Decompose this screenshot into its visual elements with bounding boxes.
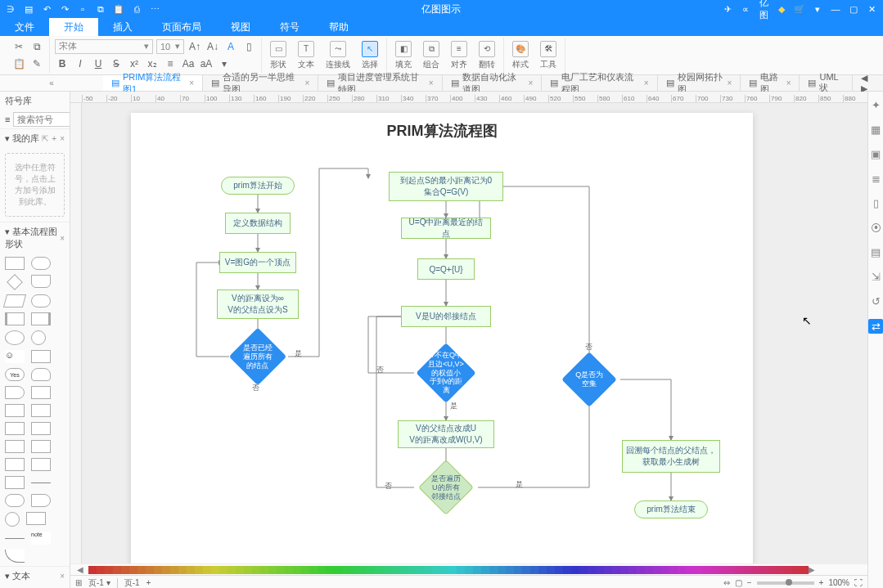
node-vinf[interactable]: V的距离设为∞ V的父结点设为S	[217, 290, 299, 319]
cart-icon[interactable]: 🛒	[793, 4, 806, 15]
crown-icon[interactable]: ◆	[775, 4, 788, 15]
shape-tool[interactable]: ▭形状	[267, 41, 290, 70]
color-swatch[interactable]	[514, 566, 522, 574]
text-tool[interactable]: T文本	[295, 41, 318, 70]
color-swatch[interactable]	[334, 566, 342, 574]
node-vparent[interactable]: V的父结点改成U V的距离改成W(U,V)	[398, 420, 494, 448]
shape-pill[interactable]	[31, 294, 51, 307]
paste-icon[interactable]: 📋	[11, 56, 26, 71]
cut-icon[interactable]: ✂	[11, 39, 26, 54]
copy-icon[interactable]: ⧉	[95, 3, 106, 15]
save-icon[interactable]: ▤	[23, 3, 34, 15]
shape-circle[interactable]	[31, 330, 46, 345]
shape-rounded[interactable]	[31, 257, 51, 270]
close-icon[interactable]: ×	[60, 234, 65, 243]
color-swatch[interactable]	[637, 566, 645, 574]
color-swatch[interactable]	[465, 566, 473, 574]
shape-parallelogram[interactable]	[3, 294, 26, 307]
close-icon[interactable]: ×	[728, 79, 732, 88]
menu-help[interactable]: 帮助	[314, 18, 363, 36]
shape-arrow[interactable]	[5, 538, 25, 539]
node-dvisited[interactable]: 是否已经遍历所有的结点	[229, 328, 287, 386]
color-swatch[interactable]	[612, 566, 620, 574]
color-swatch[interactable]	[277, 566, 285, 574]
doc-tab-7[interactable]: ▤UML状	[800, 75, 852, 91]
history-icon[interactable]: ↺	[869, 294, 882, 307]
doc-tab-5[interactable]: ▤校园网拓扑图×	[658, 75, 741, 91]
menu-file[interactable]: 文件	[0, 18, 49, 36]
shape-actor[interactable]: ☺	[5, 350, 25, 363]
format-painter-icon[interactable]: ✎	[29, 56, 44, 71]
menu-layout[interactable]: 页面布局	[147, 18, 216, 36]
color-swatch[interactable]	[555, 566, 563, 574]
shape-data[interactable]	[31, 350, 51, 363]
close-icon[interactable]: ×	[429, 79, 434, 88]
app-logo-icon[interactable]: ∋	[5, 3, 16, 15]
subscript-icon[interactable]: x₂	[145, 56, 160, 71]
fit-page-icon[interactable]: ▢	[735, 578, 742, 587]
palette-left-icon[interactable]: ◀	[77, 565, 88, 574]
shape-collate[interactable]	[5, 440, 25, 453]
close-icon[interactable]: ×	[644, 79, 649, 88]
color-swatch[interactable]	[440, 566, 448, 574]
color-swatch[interactable]	[326, 566, 334, 574]
color-swatch[interactable]	[97, 566, 105, 574]
color-swatch[interactable]	[506, 566, 514, 574]
decrease-font-icon[interactable]: A↓	[205, 39, 220, 54]
paste-icon[interactable]: 📋	[113, 3, 124, 15]
doc-tab-4[interactable]: ▤电厂工艺和仪表流程图×	[542, 75, 657, 91]
color-swatch[interactable]	[121, 566, 129, 574]
zoom-value[interactable]: 100%	[828, 578, 849, 587]
share-icon[interactable]: ∝	[739, 4, 752, 15]
node-dqempty[interactable]: Q是否为空集	[561, 352, 617, 407]
color-swatch[interactable]	[710, 566, 719, 574]
redo-icon[interactable]: ↷	[59, 3, 70, 15]
increase-font-icon[interactable]: A↑	[187, 39, 202, 54]
shape-extract[interactable]	[31, 458, 51, 471]
color-swatch[interactable]	[342, 566, 350, 574]
shape-offpage[interactable]	[26, 512, 46, 525]
color-swatch[interactable]	[203, 566, 211, 574]
color-swatch[interactable]	[678, 566, 686, 574]
shape-predef[interactable]	[5, 312, 25, 325]
color-swatch[interactable]	[399, 566, 408, 574]
color-swatch[interactable]	[416, 566, 424, 574]
grid-icon[interactable]: ▦	[869, 123, 882, 136]
export-icon[interactable]: ⇱	[42, 134, 48, 143]
color-swatch[interactable]	[375, 566, 383, 574]
color-swatch[interactable]	[391, 566, 399, 574]
shape-line[interactable]	[31, 483, 51, 483]
search-input[interactable]	[13, 112, 70, 127]
dropdown-icon[interactable]: ▾	[811, 4, 824, 15]
zoom-in-icon[interactable]: +	[819, 578, 824, 587]
add-icon[interactable]: +	[52, 134, 56, 143]
color-swatch[interactable]	[489, 566, 498, 574]
shape-doc[interactable]	[31, 275, 51, 288]
shape-display[interactable]	[5, 386, 25, 399]
tools-tool[interactable]: 🛠工具	[537, 41, 560, 70]
underline-icon[interactable]: U	[91, 56, 106, 71]
close-icon[interactable]: ×	[528, 79, 533, 88]
print-icon[interactable]: ⎙	[131, 3, 142, 15]
node-qqu[interactable]: Q=Q+{U}	[417, 258, 475, 280]
canvas[interactable]: PRIM算法流程图	[82, 103, 867, 563]
node-s0[interactable]: 到起点S的最小距离记为0 集合Q=G(V)	[389, 172, 503, 201]
shape-ellipse[interactable]	[5, 330, 25, 345]
zoom-out-icon[interactable]: −	[747, 578, 752, 587]
color-swatch[interactable]	[137, 566, 146, 574]
close-icon[interactable]: ×	[60, 134, 65, 143]
color-swatch[interactable]	[88, 566, 97, 574]
shape-arc[interactable]	[5, 550, 25, 563]
color-swatch[interactable]	[596, 566, 604, 574]
connector-tool[interactable]: ⤳连接线	[322, 41, 354, 70]
menu-symbol[interactable]: 符号	[265, 18, 314, 36]
image-icon[interactable]: ▣	[869, 147, 882, 160]
color-swatch[interactable]	[768, 566, 776, 574]
text-section[interactable]: ▾ 文本 ×	[0, 566, 70, 586]
color-swatch[interactable]	[268, 566, 277, 574]
color-swatch[interactable]	[800, 566, 809, 574]
shape-note[interactable]: note	[31, 532, 51, 545]
color-swatch[interactable]	[751, 566, 759, 574]
basic-shapes-section[interactable]: ▾ 基本流程图形状 ×	[0, 222, 70, 254]
highlight-icon[interactable]: ▯	[241, 39, 256, 54]
